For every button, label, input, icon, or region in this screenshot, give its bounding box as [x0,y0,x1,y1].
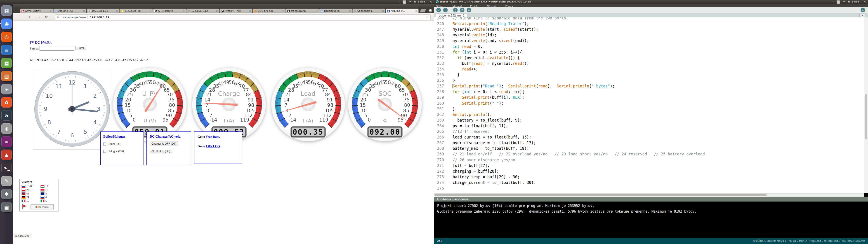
code-line[interactable]: 268 battery_max = to_float(buff, 19); [434,146,864,151]
launcher-icon-libreoffice-impress[interactable]: ▨ [1,71,12,81]
code-line[interactable]: 275 [434,185,864,191]
ac-toggle-button[interactable]: AC is OFF (D8) [150,149,172,153]
year-data-link[interactable]: Year Data [206,135,219,139]
browser-tab[interactable]: ☺BMS pro dob× [253,8,286,13]
browser-tab[interactable]: ◤Ryzen™ Thre× [219,8,252,13]
forward-button[interactable]: → [36,14,41,20]
vertical-scrollbar[interactable] [864,18,868,193]
browser-tab[interactable]: ●tracer/READ× [286,8,319,13]
code-line[interactable]: 273 battery_temp = buff[29] - 30; [434,174,864,180]
code-line[interactable]: 271 full = buff[27]; [434,163,864,169]
mail-icon[interactable]: ✉ [409,0,411,3]
browser-tab[interactable]: ▦Arduino I/U/× [53,8,86,13]
tab-dropdown-button[interactable]: ▾ [860,13,865,18]
halogen-checkbox[interactable] [103,150,106,153]
keyboard-indicator[interactable]: sk [403,0,406,4]
code-line[interactable]: 251 for (int i = 0; i < 255; i++){ [434,50,864,55]
tab-close-icon[interactable]: × [50,9,52,12]
enter-button[interactable]: Enter [75,46,86,50]
flag-counter-badge[interactable]: FLAGcounter [31,205,54,209]
code-line[interactable]: 257 Serial.print("Read "); Serial.print(… [434,83,864,89]
power-icon[interactable]: ⊙ [864,0,866,3]
launcher-icon-trash[interactable]: ▣ [1,202,12,212]
serial-monitor-button[interactable]: ⌕ [861,8,865,12]
halogen-checkbox-row[interactable]: Halogen (D6) [103,149,144,153]
password-input[interactable] [39,46,74,51]
network-icon[interactable]: ⇅ [399,0,401,3]
browser-tab[interactable]: ▦Arduino I/U/× [385,8,418,13]
code-line[interactable]: 270 // 26 over discharge yes/no [434,157,864,163]
vscroll-thumb[interactable] [865,94,867,140]
tab-close-icon[interactable]: × [382,9,384,12]
launcher-icon-infinity-app[interactable]: ∞ [1,136,12,147]
panel-clock[interactable]: 14:16 [418,0,425,3]
browser-tab[interactable]: ▤Speedport E× [352,8,385,13]
launcher-icon-ubuntu-software[interactable]: A [1,97,12,108]
profile-avatar-icon[interactable]: ☻ [429,9,432,12]
code-line[interactable]: 248 myserial.write(id); [434,32,864,38]
browser-tab[interactable]: ▤192.168.1.13× [87,8,120,13]
power-icon[interactable]: ⊙ [430,0,432,3]
new-sketch-button[interactable]: ▯ [453,8,458,12]
network-icon[interactable]: ⇅ [833,0,835,3]
code-line[interactable]: 266 load_current = to_float(buff, 15); [434,134,864,140]
code-line[interactable]: 263 battery = to_float(buff, 9); [434,118,864,123]
launcher-icon-firefox[interactable]: ◎ [1,32,12,42]
charger-toggle-button[interactable]: Charger is OFF (D7) [150,141,178,146]
code-line[interactable]: 255 } [434,72,864,78]
tab-close-icon[interactable]: × [249,9,251,12]
launcher-icon-libreoffice-writer[interactable]: ≡ [1,45,12,55]
tab-close-icon[interactable]: × [349,9,351,12]
code-line[interactable]: 253 buff[read] = myserial.read(); [434,61,864,66]
browser-tab[interactable]: AAtmel ATtiny× [20,8,53,13]
reload-button[interactable]: ⟳ [44,14,49,20]
code-line[interactable]: 269 // 21 load on/off // 22 overload yes… [434,151,864,157]
code-line[interactable]: 246 Serial.println("Reading Tracer"); [434,21,864,27]
code-line[interactable]: 245 // blank line to separate data from … [434,18,864,21]
life-log-link[interactable]: LiFe LOG [206,145,220,148]
save-sketch-button[interactable]: ↓ [467,8,471,12]
panel-clock[interactable]: 14:16 [852,0,859,3]
code-line[interactable]: 261 } [434,106,864,112]
code-line[interactable]: 258 for (int i = 0; i < read; i++){ [434,89,864,95]
code-line[interactable]: 272 charging = buff[28]; [434,169,864,174]
launcher-icon-amazon[interactable]: a [1,110,12,121]
keyboard-indicator[interactable]: sk [837,0,840,4]
boiler-checkbox-row[interactable]: Boiler (D5) [103,142,144,146]
code-line[interactable]: 252 if (myserial.available()) { [434,55,864,61]
upload-button[interactable]: → [443,8,448,12]
code-line[interactable]: 264 pv = to_float(buff, 11); [434,123,864,129]
launcher-icon-files[interactable]: ▦ [1,5,12,16]
code-line[interactable]: 254 read++; [434,66,864,72]
info-icon[interactable]: ⓘ [57,15,60,19]
tab-close-icon[interactable]: × [282,9,284,12]
launcher-icon-media-player[interactable]: ▲ [1,150,12,160]
code-editor[interactable]: 245 // blank line to separate data from … [434,18,864,193]
code-line[interactable]: 267 over_discharge = to_float(buff, 17); [434,140,864,146]
code-line[interactable]: 265 //13-14 reserved [434,129,864,134]
launcher-icon-text-editor[interactable]: ✎ [1,176,12,186]
launcher-icon-libreoffice-calc[interactable]: ▦ [1,58,12,68]
bookmark-star-icon[interactable]: ☆ [426,16,429,19]
code-line[interactable]: 249 myserial.write(cmd, sizeof(cmd)); [434,38,864,43]
browser-tab[interactable]: ▤192.168.1.12× [186,8,219,13]
launcher-icon-gimp[interactable]: ◖ [1,123,12,134]
mail-icon[interactable]: ✉ [843,0,845,3]
code-line[interactable]: 250 int read = 0; [434,44,864,50]
launcher-icon-chromium-browser[interactable]: ◉ [1,19,12,29]
code-line[interactable]: 256 } [434,78,864,83]
volume-icon[interactable]: ) [414,0,416,3]
code-line[interactable]: 274 charge_current = to_float(buff, 30); [434,180,864,185]
tab-close-icon[interactable]: × [315,9,318,12]
browser-tab[interactable]: ▪Družicové in× [319,8,352,13]
boiler-checkbox[interactable] [103,143,106,146]
tab-close-icon[interactable]: × [415,9,417,12]
horizontal-scrollbar[interactable] [434,193,864,197]
tab-close-icon[interactable]: × [216,9,218,12]
volume-icon[interactable]: ) [848,0,850,3]
browser-tab[interactable]: WARM archite× [153,8,186,13]
back-button[interactable]: ← [28,14,33,20]
tab-close-icon[interactable]: × [183,9,185,12]
code-line[interactable]: 260 Serial.print(" "); [434,100,864,106]
code-line[interactable]: 262 Serial.println(); [434,112,864,118]
